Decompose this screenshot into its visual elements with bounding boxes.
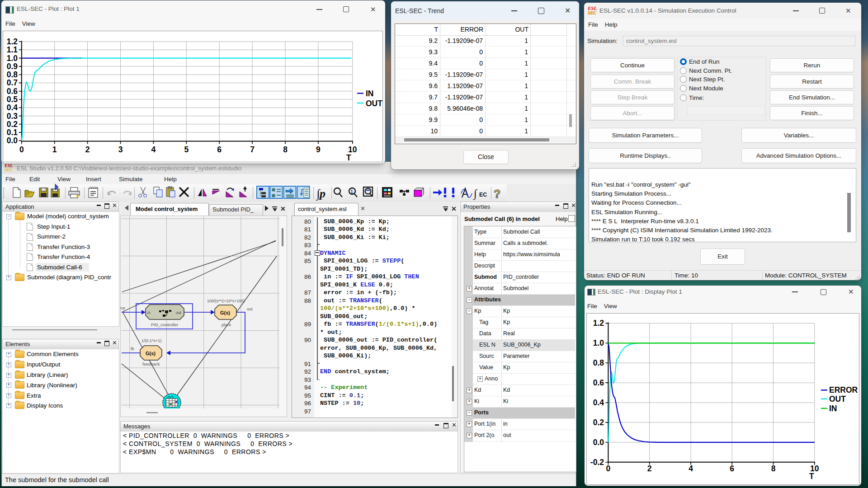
svg-text:0.5: 0.5 bbox=[7, 95, 18, 104]
svg-text:8: 8 bbox=[283, 145, 288, 154]
svg-text:4: 4 bbox=[151, 145, 156, 154]
svg-text:5: 5 bbox=[184, 145, 189, 154]
svg-text:-0.2: -0.2 bbox=[590, 458, 604, 467]
svg-text:0.0: 0.0 bbox=[593, 438, 604, 447]
svg-text:0: 0 bbox=[19, 145, 24, 154]
svg-text:0.1: 0.1 bbox=[7, 128, 18, 137]
svg-text:OUT: OUT bbox=[829, 394, 846, 404]
svg-text:3: 3 bbox=[118, 145, 123, 154]
svg-text:0.4: 0.4 bbox=[7, 103, 18, 112]
svg-text:6: 6 bbox=[217, 145, 222, 154]
svg-text:0.0: 0.0 bbox=[7, 136, 18, 145]
svg-text:0.8: 0.8 bbox=[7, 70, 18, 79]
svg-text:1.0: 1.0 bbox=[7, 54, 18, 63]
svg-text:T: T bbox=[809, 472, 814, 481]
svg-text:0.4: 0.4 bbox=[593, 398, 604, 407]
svg-text:IN: IN bbox=[829, 404, 837, 413]
svg-text:2: 2 bbox=[85, 145, 90, 154]
svg-text:IN: IN bbox=[366, 89, 374, 98]
svg-text:10: 10 bbox=[348, 145, 357, 154]
svg-text:0.6: 0.6 bbox=[7, 87, 18, 96]
svg-text:T: T bbox=[346, 153, 351, 162]
svg-text:0.2: 0.2 bbox=[7, 120, 18, 129]
svg-text:0.8: 0.8 bbox=[593, 358, 604, 367]
svg-text:7: 7 bbox=[250, 145, 255, 154]
svg-text:OUT: OUT bbox=[366, 99, 382, 108]
svg-text:9: 9 bbox=[316, 145, 321, 154]
svg-text:1.2: 1.2 bbox=[593, 319, 604, 328]
svg-text:0.2: 0.2 bbox=[593, 418, 604, 427]
svg-text:4: 4 bbox=[689, 464, 693, 473]
svg-text:ERROR: ERROR bbox=[829, 385, 858, 394]
svg-text:0.3: 0.3 bbox=[7, 112, 18, 121]
svg-text:0.9: 0.9 bbox=[7, 62, 18, 71]
svg-text:8: 8 bbox=[771, 464, 776, 473]
svg-text:6: 6 bbox=[730, 464, 734, 473]
svg-text:0.6: 0.6 bbox=[593, 378, 604, 387]
svg-text:1.1: 1.1 bbox=[7, 45, 18, 54]
svg-text:0: 0 bbox=[606, 464, 611, 473]
svg-text:1: 1 bbox=[52, 145, 57, 154]
svg-text:1.2: 1.2 bbox=[7, 37, 18, 46]
svg-text:2: 2 bbox=[647, 464, 652, 473]
svg-text:0.7: 0.7 bbox=[7, 78, 18, 87]
svg-text:1.0: 1.0 bbox=[593, 338, 604, 347]
